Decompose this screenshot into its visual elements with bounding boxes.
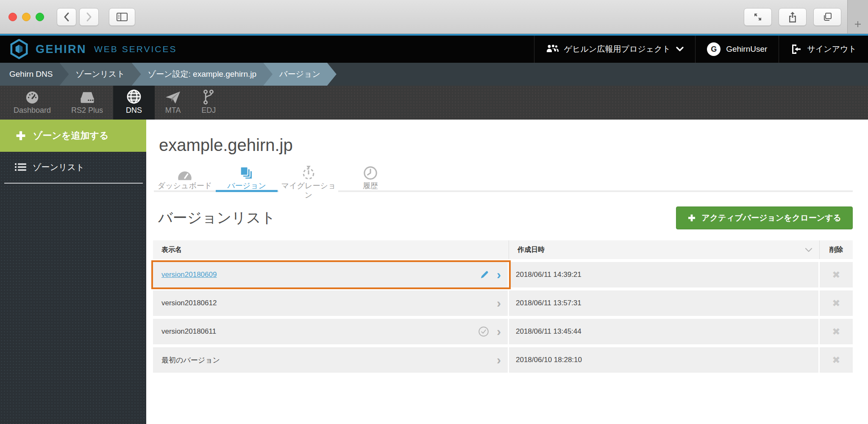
version-name-cell: 最初のバージョン › <box>153 347 509 373</box>
nav-label: Dashboard <box>14 106 51 115</box>
minimize-button[interactable] <box>22 13 31 21</box>
tab-label: バージョン <box>225 181 268 190</box>
gauge-icon <box>25 90 39 105</box>
chevron-right-icon[interactable]: › <box>497 297 501 310</box>
nav-item-dns[interactable]: DNS <box>113 86 155 120</box>
tab-label: 履歴 <box>361 181 380 190</box>
add-zone-button[interactable]: ゾーンを追加する <box>0 120 146 152</box>
created-at-cell: 2018/06/11 14:39:21 <box>509 262 820 287</box>
add-zone-label: ゾーンを追加する <box>33 129 109 142</box>
delete-x-icon[interactable]: ✖ <box>832 269 840 281</box>
version-name: 最初のバージョン <box>161 355 220 365</box>
clone-button-label: アクティブバージョンをクローンする <box>701 212 841 223</box>
nav-label: MTA <box>165 106 181 115</box>
site-header: GEHIRN WEB SERVICES ゲヒルン広報用プロジェクト G Gehi… <box>0 36 868 63</box>
git-branch-icon <box>202 90 215 105</box>
breadcrumb-version[interactable]: バージョン <box>263 63 337 86</box>
user-name: GehirnUser <box>726 45 767 54</box>
table-row: version20180611 › 2018/06/11 13:45:44 ✖ <box>153 319 853 344</box>
tab-history[interactable]: 履歴 <box>339 165 401 190</box>
user-menu[interactable]: G GehirnUser <box>695 36 779 63</box>
delete-x-icon[interactable]: ✖ <box>832 298 840 309</box>
sidebar-divider <box>4 183 143 184</box>
fullscreen-button[interactable] <box>744 8 772 26</box>
nav-item-rs2-plus[interactable]: RS2 Plus <box>61 86 113 120</box>
zoom-button[interactable] <box>36 13 44 21</box>
nav-item-mta[interactable]: MTA <box>155 86 191 120</box>
page-title: example.gehirn.jp <box>159 136 853 155</box>
tab-dashboard[interactable]: ダッシュボード <box>154 165 216 190</box>
version-table: 表示名 作成日時 削除 version20180609 <box>153 240 853 373</box>
chevron-down-icon <box>676 47 684 52</box>
nav-item-edj[interactable]: EDJ <box>191 86 226 120</box>
created-at-cell: 2018/06/11 13:57:31 <box>509 290 820 316</box>
nav-item-dashboard[interactable]: Dashboard <box>3 86 61 120</box>
plus-icon <box>854 20 862 28</box>
chevron-right-icon[interactable]: › <box>497 268 501 281</box>
breadcrumb-zone-settings[interactable]: ゾーン設定: example.gehirn.jp <box>132 63 273 86</box>
back-button[interactable] <box>57 8 76 26</box>
zone-list-label: ゾーンリスト <box>33 162 84 173</box>
server-icon <box>79 90 96 105</box>
nav-label: RS2 Plus <box>71 106 103 115</box>
migration-timer-icon <box>301 165 316 180</box>
browser-toolbar <box>0 0 868 34</box>
tab-overview-button[interactable] <box>813 8 841 26</box>
sidebar-icon <box>116 12 128 22</box>
signout-button[interactable]: サインアウト <box>779 36 868 63</box>
main-content: example.gehirn.jp ダッシュボード バージョン マイグレーション <box>146 120 868 424</box>
version-name: version20180612 <box>161 299 217 307</box>
hexagon-logo-icon <box>9 39 29 59</box>
plus-icon <box>687 214 696 222</box>
breadcrumb-zone-list[interactable]: ゾーンリスト <box>59 63 141 86</box>
edit-pencil-icon[interactable] <box>480 270 489 279</box>
clone-active-version-button[interactable]: アクティブバージョンをクローンする <box>676 206 853 229</box>
project-selector[interactable]: ゲヒルン広報用プロジェクト <box>534 36 695 63</box>
section-title: バージョンリスト <box>158 208 276 228</box>
delete-x-icon[interactable]: ✖ <box>832 354 840 366</box>
delete-cell: ✖ <box>820 262 853 287</box>
share-button[interactable] <box>779 8 807 26</box>
product-nav: Dashboard RS2 Plus DNS MTA EDJ <box>0 86 868 120</box>
tab-migration[interactable]: マイグレーション <box>278 165 339 190</box>
tab-label: ダッシュボード <box>156 181 214 190</box>
sidebar-toggle-button[interactable] <box>109 8 135 26</box>
table-header-row: 表示名 作成日時 削除 <box>153 240 853 259</box>
column-header-created[interactable]: 作成日時 <box>509 240 820 259</box>
sidebar-item-zone-list[interactable]: ゾーンリスト <box>0 157 146 177</box>
traffic-lights <box>8 13 44 21</box>
logo-text-primary: GEHIRN <box>36 43 86 56</box>
delete-cell: ✖ <box>820 319 853 344</box>
new-tab-button[interactable] <box>847 0 868 33</box>
gehirn-logo[interactable]: GEHIRN WEB SERVICES <box>9 39 177 59</box>
signout-door-icon <box>790 44 801 55</box>
delete-cell: ✖ <box>820 347 853 373</box>
version-name-cell: version20180611 › <box>153 319 509 344</box>
tab-label: マイグレーション <box>279 181 338 200</box>
version-link[interactable]: version20180609 <box>161 271 217 279</box>
version-name-cell: version20180612 › <box>153 290 509 316</box>
chevron-right-icon[interactable]: › <box>497 325 501 338</box>
forward-button[interactable] <box>79 8 99 26</box>
table-row: 最初のバージョン › 2018/06/10 18:28:10 ✖ <box>153 347 853 373</box>
version-name: version20180611 <box>161 327 216 336</box>
globe-icon <box>126 90 142 105</box>
table-row: version20180609 › 2018/06/11 14:39:21 ✖ <box>153 262 853 287</box>
nav-label: EDJ <box>201 106 216 115</box>
delete-x-icon[interactable]: ✖ <box>832 326 840 338</box>
logo-text-secondary: WEB SERVICES <box>94 44 177 54</box>
sort-chevron-down-icon[interactable] <box>805 248 812 252</box>
delete-cell: ✖ <box>820 290 853 316</box>
close-button[interactable] <box>8 13 17 21</box>
column-header-delete: 削除 <box>820 240 853 259</box>
breadcrumb: Gehirn DNS ゾーンリスト ゾーン設定: example.gehirn.… <box>0 63 868 86</box>
chevron-right-icon[interactable]: › <box>497 354 501 366</box>
people-icon <box>546 44 559 55</box>
sidebar: ゾーンを追加する ゾーンリスト <box>0 120 146 424</box>
active-version-check-icon <box>478 326 489 337</box>
tab-version[interactable]: バージョン <box>216 165 278 190</box>
created-at-cell: 2018/06/10 18:28:10 <box>509 347 820 373</box>
clock-icon <box>363 165 378 180</box>
breadcrumb-gehirn-dns[interactable]: Gehirn DNS <box>0 63 69 86</box>
tabs-icon <box>822 12 832 22</box>
